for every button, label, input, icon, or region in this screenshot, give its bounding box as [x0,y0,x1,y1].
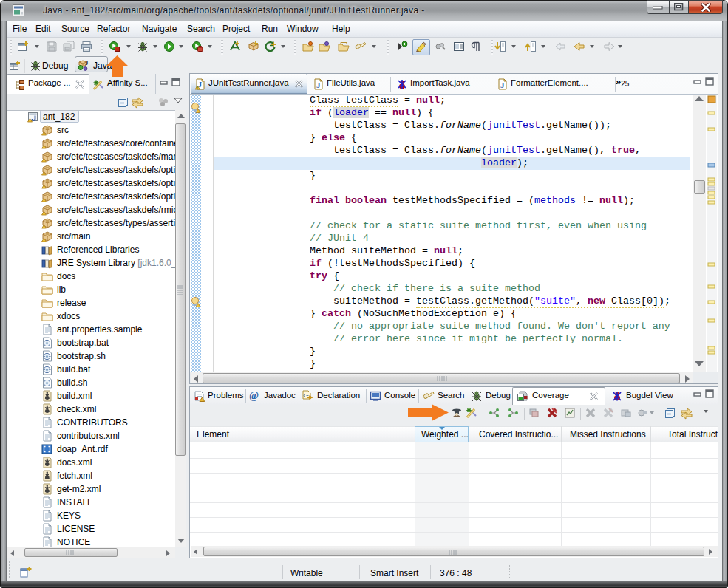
svg-text:J: J [500,81,505,89]
svg-text:J: J [316,81,321,89]
svg-text:J: J [85,59,89,66]
